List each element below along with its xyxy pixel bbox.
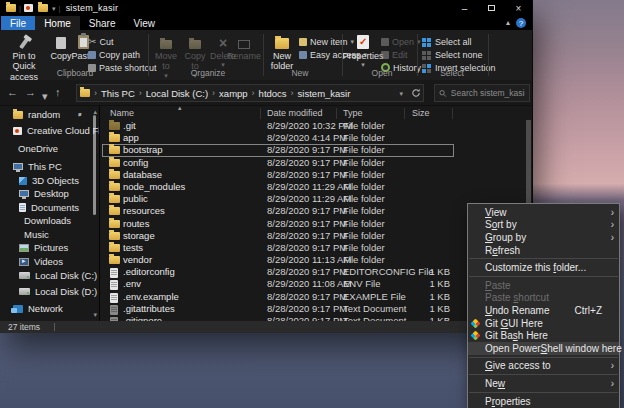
menu-item-undo-rename[interactable]: Undo RenameCtrl+Z [468,304,619,317]
sidebar-item-this-pc[interactable]: This PC [0,160,62,173]
edit-button[interactable]: Edit [381,49,408,60]
sidebar-item-network[interactable]: Network [0,302,63,315]
breadcrumb-item[interactable]: xampp [219,88,248,99]
table-row[interactable]: resources8/28/2020 9:17 PMFile folder [102,205,454,217]
sidebar-item-creative-cloud-files[interactable]: Creative Cloud Files [0,124,100,137]
column-header-type[interactable]: Type [343,108,363,118]
folder-icon [109,159,120,167]
tab-file[interactable]: File [1,16,35,30]
tab-share[interactable]: Share [80,16,125,30]
group-label-new: New [272,68,328,78]
quick-access-properties-icon[interactable] [24,4,33,12]
tab-home[interactable]: Home [35,16,80,30]
sidebar-item-label: Desktop [34,188,69,199]
sidebar-item-documents[interactable]: Documents [0,201,79,214]
table-row[interactable]: database8/28/2020 9:17 PMFile folder [102,169,454,181]
table-row[interactable]: .editorconfig8/28/2020 9:17 PMEDITORCONF… [102,266,454,278]
sidebar-item-desktop[interactable]: Desktop [0,187,69,200]
column-header-name[interactable]: Name [110,108,134,118]
table-row[interactable]: node_modules8/29/2020 11:29 AMFile folde… [102,181,454,193]
menu-item-label: Sort by [485,219,517,230]
sidebar-item-videos[interactable]: Videos [0,255,63,268]
minimize-button[interactable]: – [451,0,478,16]
paste-icon [78,33,89,49]
menu-item-open-powershell-window-here[interactable]: Open PowerShell window here [468,342,619,355]
new-folder-icon [275,33,289,49]
quick-access-new-folder-icon[interactable] [38,4,48,12]
address-box[interactable]: ›This PC›Local Disk (C:)›xampp›htdocs›si… [76,84,424,102]
file-size: 1 KB [385,291,450,303]
menu-item-new[interactable]: New› [468,377,619,390]
select-none-icon [422,51,426,55]
table-row[interactable]: vendor8/29/2020 11:13 AMFile folder [102,254,454,266]
easy-access-icon [299,51,307,59]
file-size: 1 KB [385,278,450,290]
select-all-button[interactable]: Select all [421,36,472,47]
menu-item-give-access-to[interactable]: Give access to› [468,360,619,373]
back-icon[interactable]: ← [7,85,18,100]
quick-access-toolbar-dropdown-icon[interactable]: ▾ [52,5,56,12]
breadcrumb-item[interactable]: htdocs [259,88,287,99]
table-row[interactable]: config8/28/2020 9:17 PMFile folder [102,157,454,169]
table-row[interactable]: app8/29/2020 4:14 PMFile folder [102,132,454,144]
group-label-organize: Organize [160,68,256,78]
breadcrumb-item[interactable]: sistem_kasir [298,88,351,99]
help-icon[interactable]: ? [516,18,526,28]
breadcrumb-item[interactable]: This PC [101,88,135,99]
sidebar-item-downloads[interactable]: Downloads [0,214,71,227]
column-header-date-modified[interactable]: Date modified [267,108,323,118]
sidebar-item-random[interactable]: random♦ [0,108,60,121]
forward-icon[interactable]: → [25,85,36,100]
sidebar-item-onedrive[interactable]: OneDrive [0,142,58,155]
file-name: public [123,193,148,205]
file-type: File folder [343,144,385,156]
column-header-size[interactable]: Size [412,108,430,118]
recent-locations-icon[interactable]: ▾ [42,89,48,104]
table-row[interactable]: public8/29/2020 11:29 AMFile folder [102,193,454,205]
menu-item-sort-by[interactable]: Sort by› [468,219,619,232]
sidebar-scroll-down-icon[interactable]: ▾ [93,311,97,319]
cut-button[interactable]: ✂Cut [88,36,113,47]
table-row[interactable]: routes8/28/2020 9:17 PMFile folder [102,218,454,230]
menu-item-git-gui-here[interactable]: Git GUI Here [468,317,619,330]
properties-icon [357,33,369,49]
submenu-arrow-icon: › [611,378,614,389]
table-row[interactable]: bootstrap8/28/2020 9:17 PMFile folder [102,144,454,156]
refresh-icon[interactable] [411,88,421,98]
copy-path-button[interactable]: Copy path [88,49,140,60]
copy-path-icon [88,51,96,59]
table-row[interactable]: .gitattributes8/28/2020 9:17 PMText Docu… [102,303,454,315]
table-row[interactable]: tests8/28/2020 9:17 PMFile folder [102,242,454,254]
address-dropdown-icon[interactable]: ▾ [399,90,403,97]
sidebar-item-music[interactable]: Music [0,228,49,241]
menu-item-refresh[interactable]: Refresh [468,244,619,257]
table-row[interactable]: .env8/29/2020 11:08 AMENV File1 KB [102,278,454,290]
table-row[interactable]: .git8/29/2020 10:32 PMFile folder [102,120,454,132]
sidebar-item-3d-objects[interactable]: 3D Objects [0,174,79,187]
table-row[interactable]: .env.example8/28/2020 9:17 PMEXAMPLE Fil… [102,291,454,303]
up-icon[interactable]: ↑ [55,85,61,100]
tab-view[interactable]: View [125,16,165,30]
sidebar-item-local-disk-c[interactable]: Local Disk (C:) [0,269,97,282]
open-button[interactable]: Open▾ [381,36,421,47]
menu-item-customize-this-folder[interactable]: Customize this folder... [468,261,619,274]
new-folder-button[interactable]: New folder [266,33,298,72]
sidebar-item-local-disk-d[interactable]: Local Disk (D:) [0,285,97,298]
rename-button[interactable]: Rename [228,33,260,61]
menu-item-git-bash-here[interactable]: Git Bash Here [468,329,619,342]
menu-item-view[interactable]: View› [468,206,619,219]
collapse-ribbon-icon[interactable]: ▴ [506,19,510,27]
menu-item-group-by[interactable]: Group by› [468,231,619,244]
file-name: node_modules [123,181,185,193]
menu-item-paste: Paste [468,279,619,292]
close-button[interactable]: × [505,0,532,16]
sidebar-item-pictures[interactable]: Pictures [0,241,68,254]
search-input[interactable] [451,88,525,98]
menu-item-properties[interactable]: Properties [468,395,619,408]
table-row[interactable]: storage8/28/2020 9:17 PMFile folder [102,230,454,242]
file-size: 1 KB [385,303,450,315]
breadcrumb-item[interactable]: Local Disk (C:) [146,88,208,99]
select-none-button[interactable]: Select none [421,49,483,60]
properties-button[interactable]: Properties▾ [346,33,380,68]
maximize-button[interactable] [478,0,505,16]
